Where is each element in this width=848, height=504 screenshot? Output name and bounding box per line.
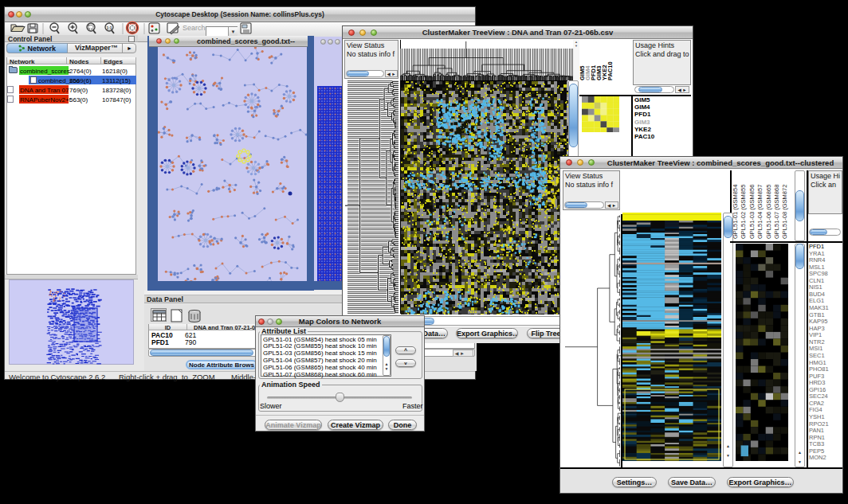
svg-text:MON2: MON2 — [809, 454, 826, 461]
svg-text:GPL51-07 (GSM868: GPL51-07 (GSM868 — [773, 185, 780, 239]
svg-text:GPL51-04 (GSM857: GPL51-04 (GSM857 — [756, 185, 764, 239]
svg-text:GPL51-02 (GSM855: GPL51-02 (GSM855 — [740, 185, 747, 239]
svg-text:GPL51-06 (GSM865: GPL51-06 (GSM865 — [765, 185, 772, 239]
svg-text:GPL51-08 (GSM872: GPL51-08 (GSM872 — [781, 185, 788, 239]
svg-text:GPL51-03 (GSM856: GPL51-03 (GSM856 — [748, 185, 756, 239]
svg-text:Search:: Search: — [183, 24, 207, 32]
svg-text:1:1: 1:1 — [106, 25, 112, 30]
svg-text:PAC10: PAC10 — [607, 61, 614, 80]
